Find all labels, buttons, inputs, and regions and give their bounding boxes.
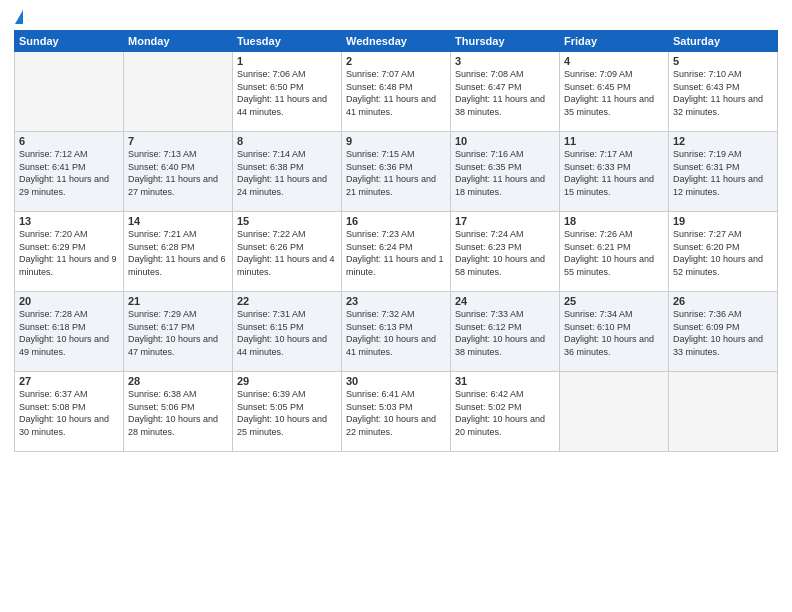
calendar-cell: 7Sunrise: 7:13 AMSunset: 6:40 PMDaylight… xyxy=(124,132,233,212)
day-number: 4 xyxy=(564,55,664,67)
day-number: 9 xyxy=(346,135,446,147)
col-header-thursday: Thursday xyxy=(451,31,560,52)
day-info: Sunrise: 7:23 AMSunset: 6:24 PMDaylight:… xyxy=(346,228,446,278)
calendar-cell: 10Sunrise: 7:16 AMSunset: 6:35 PMDayligh… xyxy=(451,132,560,212)
calendar-cell: 20Sunrise: 7:28 AMSunset: 6:18 PMDayligh… xyxy=(15,292,124,372)
day-number: 15 xyxy=(237,215,337,227)
day-number: 25 xyxy=(564,295,664,307)
day-info: Sunrise: 6:42 AMSunset: 5:02 PMDaylight:… xyxy=(455,388,555,438)
calendar-cell: 12Sunrise: 7:19 AMSunset: 6:31 PMDayligh… xyxy=(669,132,778,212)
calendar-cell: 11Sunrise: 7:17 AMSunset: 6:33 PMDayligh… xyxy=(560,132,669,212)
day-info: Sunrise: 7:36 AMSunset: 6:09 PMDaylight:… xyxy=(673,308,773,358)
day-number: 1 xyxy=(237,55,337,67)
calendar-cell xyxy=(15,52,124,132)
day-info: Sunrise: 7:16 AMSunset: 6:35 PMDaylight:… xyxy=(455,148,555,198)
day-info: Sunrise: 7:12 AMSunset: 6:41 PMDaylight:… xyxy=(19,148,119,198)
day-number: 19 xyxy=(673,215,773,227)
calendar-cell: 4Sunrise: 7:09 AMSunset: 6:45 PMDaylight… xyxy=(560,52,669,132)
calendar-week-2: 6Sunrise: 7:12 AMSunset: 6:41 PMDaylight… xyxy=(15,132,778,212)
col-header-wednesday: Wednesday xyxy=(342,31,451,52)
calendar-cell: 2Sunrise: 7:07 AMSunset: 6:48 PMDaylight… xyxy=(342,52,451,132)
day-info: Sunrise: 7:34 AMSunset: 6:10 PMDaylight:… xyxy=(564,308,664,358)
day-info: Sunrise: 7:26 AMSunset: 6:21 PMDaylight:… xyxy=(564,228,664,278)
col-header-sunday: Sunday xyxy=(15,31,124,52)
day-number: 14 xyxy=(128,215,228,227)
day-info: Sunrise: 7:19 AMSunset: 6:31 PMDaylight:… xyxy=(673,148,773,198)
day-info: Sunrise: 7:13 AMSunset: 6:40 PMDaylight:… xyxy=(128,148,228,198)
calendar-cell: 5Sunrise: 7:10 AMSunset: 6:43 PMDaylight… xyxy=(669,52,778,132)
day-number: 16 xyxy=(346,215,446,227)
day-number: 6 xyxy=(19,135,119,147)
col-header-saturday: Saturday xyxy=(669,31,778,52)
day-number: 8 xyxy=(237,135,337,147)
calendar-cell: 17Sunrise: 7:24 AMSunset: 6:23 PMDayligh… xyxy=(451,212,560,292)
day-number: 27 xyxy=(19,375,119,387)
calendar-cell: 28Sunrise: 6:38 AMSunset: 5:06 PMDayligh… xyxy=(124,372,233,452)
day-info: Sunrise: 7:22 AMSunset: 6:26 PMDaylight:… xyxy=(237,228,337,278)
day-info: Sunrise: 7:31 AMSunset: 6:15 PMDaylight:… xyxy=(237,308,337,358)
day-number: 26 xyxy=(673,295,773,307)
col-header-friday: Friday xyxy=(560,31,669,52)
day-number: 30 xyxy=(346,375,446,387)
day-number: 23 xyxy=(346,295,446,307)
day-info: Sunrise: 7:17 AMSunset: 6:33 PMDaylight:… xyxy=(564,148,664,198)
calendar-week-3: 13Sunrise: 7:20 AMSunset: 6:29 PMDayligh… xyxy=(15,212,778,292)
day-info: Sunrise: 6:38 AMSunset: 5:06 PMDaylight:… xyxy=(128,388,228,438)
calendar-cell: 3Sunrise: 7:08 AMSunset: 6:47 PMDaylight… xyxy=(451,52,560,132)
day-info: Sunrise: 7:21 AMSunset: 6:28 PMDaylight:… xyxy=(128,228,228,278)
calendar-week-5: 27Sunrise: 6:37 AMSunset: 5:08 PMDayligh… xyxy=(15,372,778,452)
day-number: 7 xyxy=(128,135,228,147)
day-number: 12 xyxy=(673,135,773,147)
page: SundayMondayTuesdayWednesdayThursdayFrid… xyxy=(0,0,792,612)
day-number: 21 xyxy=(128,295,228,307)
day-number: 29 xyxy=(237,375,337,387)
day-number: 18 xyxy=(564,215,664,227)
logo xyxy=(14,10,23,24)
day-info: Sunrise: 6:37 AMSunset: 5:08 PMDaylight:… xyxy=(19,388,119,438)
day-number: 17 xyxy=(455,215,555,227)
day-number: 10 xyxy=(455,135,555,147)
day-info: Sunrise: 7:07 AMSunset: 6:48 PMDaylight:… xyxy=(346,68,446,118)
calendar-cell: 18Sunrise: 7:26 AMSunset: 6:21 PMDayligh… xyxy=(560,212,669,292)
col-header-monday: Monday xyxy=(124,31,233,52)
day-info: Sunrise: 7:33 AMSunset: 6:12 PMDaylight:… xyxy=(455,308,555,358)
calendar-cell: 8Sunrise: 7:14 AMSunset: 6:38 PMDaylight… xyxy=(233,132,342,212)
day-info: Sunrise: 7:20 AMSunset: 6:29 PMDaylight:… xyxy=(19,228,119,278)
calendar-cell xyxy=(669,372,778,452)
calendar-week-4: 20Sunrise: 7:28 AMSunset: 6:18 PMDayligh… xyxy=(15,292,778,372)
day-info: Sunrise: 7:14 AMSunset: 6:38 PMDaylight:… xyxy=(237,148,337,198)
col-header-tuesday: Tuesday xyxy=(233,31,342,52)
day-number: 11 xyxy=(564,135,664,147)
day-number: 13 xyxy=(19,215,119,227)
calendar-cell: 23Sunrise: 7:32 AMSunset: 6:13 PMDayligh… xyxy=(342,292,451,372)
calendar-cell: 22Sunrise: 7:31 AMSunset: 6:15 PMDayligh… xyxy=(233,292,342,372)
day-info: Sunrise: 7:09 AMSunset: 6:45 PMDaylight:… xyxy=(564,68,664,118)
calendar-cell: 27Sunrise: 6:37 AMSunset: 5:08 PMDayligh… xyxy=(15,372,124,452)
calendar-cell: 29Sunrise: 6:39 AMSunset: 5:05 PMDayligh… xyxy=(233,372,342,452)
calendar-cell xyxy=(124,52,233,132)
calendar-cell: 16Sunrise: 7:23 AMSunset: 6:24 PMDayligh… xyxy=(342,212,451,292)
calendar-cell: 21Sunrise: 7:29 AMSunset: 6:17 PMDayligh… xyxy=(124,292,233,372)
day-info: Sunrise: 7:27 AMSunset: 6:20 PMDaylight:… xyxy=(673,228,773,278)
calendar-week-1: 1Sunrise: 7:06 AMSunset: 6:50 PMDaylight… xyxy=(15,52,778,132)
day-number: 5 xyxy=(673,55,773,67)
day-info: Sunrise: 7:24 AMSunset: 6:23 PMDaylight:… xyxy=(455,228,555,278)
calendar-header-row: SundayMondayTuesdayWednesdayThursdayFrid… xyxy=(15,31,778,52)
day-info: Sunrise: 7:32 AMSunset: 6:13 PMDaylight:… xyxy=(346,308,446,358)
day-info: Sunrise: 6:39 AMSunset: 5:05 PMDaylight:… xyxy=(237,388,337,438)
header xyxy=(14,10,778,24)
day-number: 20 xyxy=(19,295,119,307)
day-info: Sunrise: 6:41 AMSunset: 5:03 PMDaylight:… xyxy=(346,388,446,438)
calendar-cell: 26Sunrise: 7:36 AMSunset: 6:09 PMDayligh… xyxy=(669,292,778,372)
calendar-cell: 31Sunrise: 6:42 AMSunset: 5:02 PMDayligh… xyxy=(451,372,560,452)
day-number: 24 xyxy=(455,295,555,307)
logo-triangle xyxy=(15,10,23,24)
day-info: Sunrise: 7:08 AMSunset: 6:47 PMDaylight:… xyxy=(455,68,555,118)
day-info: Sunrise: 7:10 AMSunset: 6:43 PMDaylight:… xyxy=(673,68,773,118)
calendar-cell: 1Sunrise: 7:06 AMSunset: 6:50 PMDaylight… xyxy=(233,52,342,132)
day-info: Sunrise: 7:28 AMSunset: 6:18 PMDaylight:… xyxy=(19,308,119,358)
calendar-cell: 9Sunrise: 7:15 AMSunset: 6:36 PMDaylight… xyxy=(342,132,451,212)
day-info: Sunrise: 7:15 AMSunset: 6:36 PMDaylight:… xyxy=(346,148,446,198)
day-info: Sunrise: 7:29 AMSunset: 6:17 PMDaylight:… xyxy=(128,308,228,358)
calendar-cell: 24Sunrise: 7:33 AMSunset: 6:12 PMDayligh… xyxy=(451,292,560,372)
